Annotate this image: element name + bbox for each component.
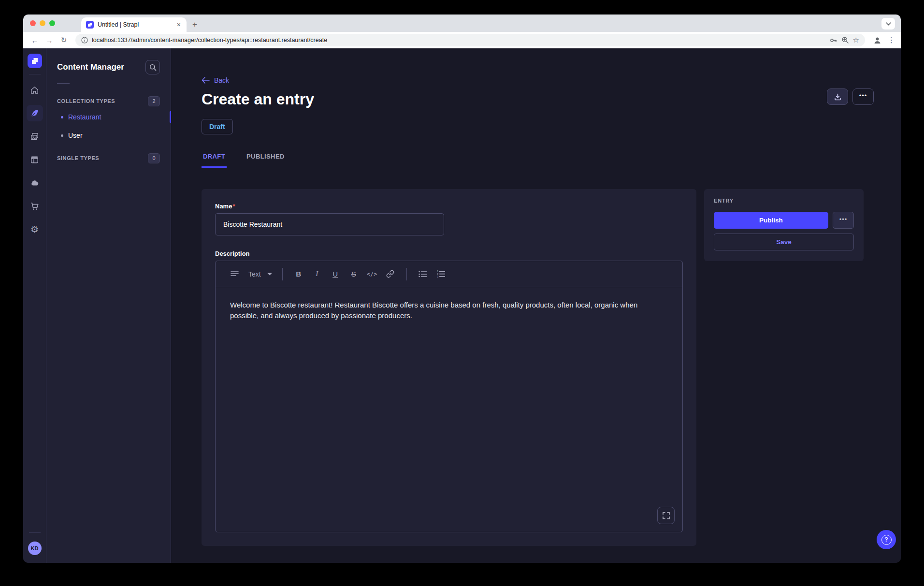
back-label: Back — [214, 76, 229, 84]
new-tab-button[interactable]: + — [192, 20, 197, 29]
bulleted-list-button[interactable] — [416, 267, 430, 281]
reload-icon[interactable]: ↻ — [58, 36, 70, 44]
nav-media-library-icon[interactable] — [27, 128, 43, 145]
site-info-icon[interactable] — [81, 37, 88, 44]
header-more-button[interactable]: ••• — [852, 88, 874, 105]
text-style-value: Text — [248, 270, 261, 278]
chrome-menu-icon[interactable]: ⋮ — [888, 36, 895, 44]
svg-text:3: 3 — [437, 275, 438, 278]
zoom-window-button[interactable] — [49, 20, 55, 26]
back-arrow-icon — [202, 77, 210, 84]
sidebar-item-user[interactable]: User — [57, 126, 160, 145]
nav-bottom-divider — [29, 532, 41, 533]
user-avatar[interactable]: KD — [28, 542, 42, 555]
collection-types-label: COLLECTION TYPES — [57, 98, 115, 104]
version-tabs: DRAFT PUBLISHED — [202, 153, 874, 168]
zoom-page-icon[interactable] — [841, 36, 849, 44]
paragraph-format-icon[interactable] — [228, 267, 241, 281]
close-window-button[interactable] — [30, 20, 36, 26]
panel-title: Content Manager — [57, 62, 124, 72]
main-content: ••• Back Create an entry Draft DRAFT PUB… — [171, 48, 901, 563]
nav-divider — [29, 74, 41, 74]
strapi-app: ⚙ KD Content Manager COLLECTION TYPES 2 … — [23, 48, 901, 563]
nav-cloud-icon[interactable] — [27, 175, 43, 191]
entry-more-button[interactable]: ••• — [833, 212, 854, 229]
name-input[interactable] — [215, 213, 444, 235]
underline-button[interactable]: U — [329, 267, 342, 281]
sidebar-item-restaurant[interactable]: Restaurant — [57, 108, 160, 126]
nav-home-icon[interactable] — [27, 82, 43, 98]
nav-content-type-builder-icon[interactable] — [27, 151, 43, 168]
page-title: Create an entry — [202, 90, 874, 108]
address-bar[interactable]: localhost:1337/admin/content-manager/col… — [75, 34, 865, 46]
tab-strip: Untitled | Strapi × + — [23, 15, 901, 32]
nav-settings-icon[interactable]: ⚙ — [27, 221, 43, 237]
bold-button[interactable]: B — [292, 267, 305, 281]
collection-types-header: COLLECTION TYPES 2 — [57, 94, 160, 108]
back-link[interactable]: Back — [202, 76, 229, 84]
chevron-down-icon — [267, 272, 273, 276]
sidebar-item-label: Restaurant — [68, 113, 101, 121]
browser-window: Untitled | Strapi × + ← → ↻ localhost:13… — [23, 15, 901, 563]
minimize-window-button[interactable] — [40, 20, 45, 26]
publish-button[interactable]: Publish — [714, 212, 828, 229]
browser-toolbar: ← → ↻ localhost:1337/admin/content-manag… — [23, 32, 901, 48]
traffic-lights — [30, 20, 55, 26]
italic-button[interactable]: I — [310, 267, 324, 281]
profile-avatar-icon[interactable] — [873, 36, 882, 45]
close-tab-icon[interactable]: × — [176, 21, 182, 29]
browser-tab[interactable]: Untitled | Strapi × — [81, 17, 187, 32]
code-button[interactable]: </> — [365, 267, 379, 281]
numbered-list-button[interactable]: 123 — [434, 267, 448, 281]
single-types-label: SINGLE TYPES — [57, 155, 99, 161]
single-types-count-badge: 0 — [148, 153, 160, 163]
single-types-header: SINGLE TYPES 0 — [57, 151, 160, 165]
rich-text-editor: Text B I U S </> — [215, 261, 683, 532]
name-field-label: Name* — [215, 203, 683, 210]
content-manager-panel: Content Manager COLLECTION TYPES 2 Resta… — [46, 48, 171, 563]
back-nav-icon[interactable]: ← — [29, 36, 41, 44]
editor-content[interactable]: Welcome to Biscotte restaurant! Restaura… — [216, 287, 682, 532]
search-button[interactable] — [145, 60, 160, 74]
toolbar-separator — [406, 268, 407, 280]
entry-side-panel: ENTRY Publish ••• Save — [704, 189, 864, 261]
bookmark-star-icon[interactable]: ☆ — [853, 36, 859, 44]
bullet-icon — [61, 134, 63, 137]
export-download-button[interactable] — [827, 88, 848, 105]
entry-panel-title: ENTRY — [714, 198, 854, 204]
toolbar-separator — [282, 268, 283, 280]
save-button[interactable]: Save — [714, 234, 854, 250]
collection-types-count-badge: 2 — [148, 96, 160, 106]
required-asterisk: * — [232, 203, 235, 210]
bullet-icon — [61, 116, 63, 118]
expand-editor-button[interactable] — [657, 507, 675, 524]
tab-draft[interactable]: DRAFT — [202, 153, 227, 168]
url-text[interactable]: localhost:1337/admin/content-manager/col… — [92, 37, 825, 44]
strikethrough-button[interactable]: S — [347, 267, 361, 281]
panel-divider — [57, 83, 70, 84]
strapi-logo[interactable] — [28, 54, 42, 68]
main-nav-rail: ⚙ KD — [23, 48, 46, 563]
tab-published[interactable]: PUBLISHED — [245, 153, 286, 168]
help-button[interactable]: ? — [877, 530, 896, 549]
strapi-favicon — [86, 21, 94, 29]
link-button[interactable] — [384, 267, 397, 281]
entry-form-card: Name* Description Text — [202, 189, 696, 546]
question-mark-icon: ? — [881, 535, 892, 545]
status-badge: Draft — [202, 119, 233, 134]
tab-title: Untitled | Strapi — [98, 21, 172, 28]
description-field-label: Description — [215, 250, 683, 257]
nav-content-manager-icon[interactable] — [27, 105, 43, 121]
sidebar-item-label: User — [68, 132, 83, 139]
nav-marketplace-icon[interactable] — [27, 198, 43, 214]
editor-toolbar: Text B I U S </> — [216, 261, 682, 287]
tab-search-chevron-icon[interactable] — [881, 18, 895, 29]
password-key-icon[interactable] — [829, 36, 837, 44]
text-style-dropdown[interactable]: Text — [248, 270, 273, 278]
forward-nav-icon[interactable]: → — [43, 36, 55, 44]
